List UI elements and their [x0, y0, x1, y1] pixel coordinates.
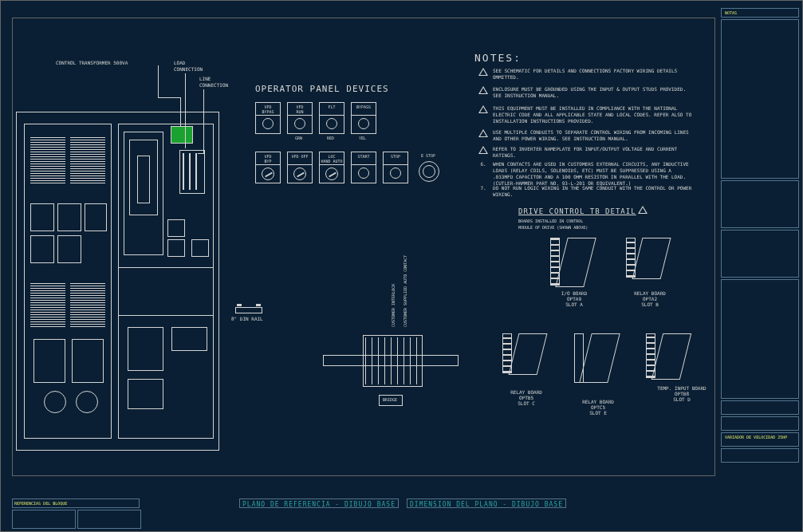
device-vfd-run-lamp: VFDRUN: [287, 102, 313, 134]
board-relay-b-body: [632, 238, 671, 279]
contactor-2: [72, 339, 104, 383]
note-6: 6.WHEN CONTACTS ARE USED IN CUSTOMERS EX…: [478, 161, 692, 187]
box-row-1c: [85, 203, 107, 231]
board-relay-b: RELAY BOARDOPTA2SLOT B: [626, 238, 690, 309]
contactor-1: [33, 339, 65, 383]
board-relay-c-label: RELAY BOARDOPTB5SLOT C: [494, 389, 558, 406]
operator-panel-title: OPERATOR PANEL DEVICES: [255, 84, 389, 94]
drive-control-heading: DRIVE CONTROL TB DETAIL: [518, 207, 636, 215]
divider-2: [118, 315, 214, 316]
box-row-1a: [30, 203, 54, 231]
device-estop-inner: [423, 165, 435, 178]
note-4: USE MULTIPLE CONDUITS TO SEPARATE CONTRO…: [478, 129, 692, 142]
board-io-label: I/O BOARDOPTA9SLOT A: [542, 290, 606, 307]
cad-canvas[interactable]: NOTAS VARIADOR DE VELOCIDAD 25HP CONTROL…: [0, 0, 803, 532]
title-sec-2: [721, 230, 799, 278]
din-clip-l: [237, 304, 242, 306]
aux-2: [167, 239, 185, 257]
drive-lower-3: [171, 327, 207, 351]
box-row-2b: [57, 235, 81, 263]
board-relay-c-body: [509, 333, 548, 375]
vent-1: [30, 136, 65, 183]
bottom-cell-1: [12, 510, 76, 529]
warning-icon: [478, 129, 488, 137]
device-vfd-byp-sw: VFDBYP: [255, 152, 281, 183]
leader-ct-1: [158, 65, 159, 97]
label-customer-interlock: CUSTOMER INTERLOCK: [391, 284, 396, 327]
board-io: I/O BOARDOPTA9SLOT A: [550, 238, 614, 309]
board-temp-d-label: TEMP. INPUT BOARDOPTB8SLOT D: [642, 385, 722, 402]
label-load-conn: LOAD CONNECTION: [174, 60, 203, 73]
note-7: 7.DO NOT RUN LOGIC WIRING IN THE SAME CO…: [478, 185, 692, 198]
bottom-cell-ref: REFERENCIAS DEL BLOQUE: [12, 499, 140, 508]
label-din-rail: 8" DIN RAIL: [231, 316, 263, 321]
device-start-pb: START: [351, 152, 376, 183]
note-1: SEE SCHEMATIC FOR DETAILS AND CONNECTION…: [478, 68, 692, 81]
title-project: VARIADOR DE VELOCIDAD 25HP: [721, 432, 799, 447]
warning-icon: [638, 206, 648, 214]
title-block: NOTAS VARIADOR DE VELOCIDAD 25HP: [721, 8, 799, 526]
title-sec-4: [721, 400, 799, 415]
board-io-body: [555, 238, 596, 287]
label-customer-auto: CUSTOMER SUPPLIED AUTO CONTACT: [403, 255, 407, 327]
bottom-cell-2: [77, 510, 141, 529]
notes-heading: NOTES:: [474, 52, 522, 64]
leader-line-2: [198, 153, 204, 154]
board-temp-d-body: [651, 333, 691, 380]
box-row-1b: [57, 203, 81, 231]
warning-icon: [478, 86, 488, 94]
drive-control-sub2: MODULE OF DRIVE (SHOWN ABOVE): [518, 225, 588, 230]
leader-line-1: [203, 89, 204, 153]
board-relay-b-label: RELAY BOARDOPTA2SLOT B: [618, 290, 682, 307]
title-sec-6: [721, 448, 799, 463]
bottom-cell-c2: DIMENSION DEL PLANO - DIBUJO BASE: [407, 499, 566, 508]
fuse-bar-2: [189, 153, 191, 190]
lbl-grn: GRN: [295, 136, 302, 140]
label-bridge: BRIDGE: [383, 397, 397, 402]
note-3: THIS EQUIPMENT MUST BE INSTALLED IN COMP…: [478, 105, 692, 124]
aux-3: [191, 239, 209, 257]
title-notas-body: [721, 19, 799, 179]
title-sec-5: [721, 416, 799, 431]
din-rail-small: [235, 307, 262, 313]
fuse-bar-1: [183, 153, 184, 190]
fuse-bar-3: [195, 153, 197, 190]
vent-3: [30, 283, 65, 327]
device-vfd-bypass-lamp: VFDBYPAS: [255, 102, 281, 134]
vent-4: [70, 283, 105, 327]
drive-lower-2: [128, 379, 163, 409]
note-5: REFER TO INVERTER NAMEPLATE FOR INPUT/OU…: [478, 146, 692, 159]
bottom-cell-c1: PLANO DE REFERENCIA - DIBUJO BASE: [239, 499, 399, 508]
fan-1: [44, 391, 66, 413]
box-row-2a: [30, 235, 54, 263]
title-sec-3: [721, 279, 799, 399]
board-relay-c: RELAY BOARDOPTB5SLOT C: [502, 333, 566, 413]
board-relay-e-label: RELAY BOARDOPTC5SLOT E: [566, 399, 630, 416]
title-notas-head: NOTAS: [721, 8, 799, 18]
warning-icon: [478, 105, 488, 113]
warning-icon: [478, 146, 488, 154]
drive-control-sub1: BOARDS INSTALLED IN CONTROL: [518, 219, 583, 223]
leader-load: [185, 73, 186, 148]
board-relay-e-body: [579, 333, 620, 383]
breaker: [137, 156, 150, 203]
fan-2: [76, 391, 98, 413]
label-line-conn: LINE CONNECTION: [199, 76, 228, 89]
note-2: ENCLOSURE MUST BE GROUNDED USING THE INP…: [478, 86, 692, 99]
device-flt-lamp: FLT: [319, 102, 344, 134]
lbl-red: RED: [327, 136, 334, 140]
lbl-estop: E STOP: [421, 153, 435, 158]
board-relay-e: RELAY BOARDOPTC5SLOT E: [574, 333, 638, 421]
aux-1: [167, 219, 185, 237]
device-hand-auto-sw: LOCHAND AUTO: [319, 152, 344, 183]
bottom-title-strip: REFERENCIAS DEL BLOQUE PLANO DE REFERENC…: [0, 484, 715, 532]
label-control-transformer: CONTROL TRANSFORMER 500VA: [56, 60, 128, 65]
leader-ct-3: [180, 97, 181, 126]
device-bypass-lamp: BYPASS: [351, 102, 376, 134]
title-sec-1: [721, 180, 799, 228]
warning-icon: [478, 68, 488, 76]
drive-lower-1: [128, 327, 163, 371]
leader-ct-2: [158, 97, 180, 98]
divider-1: [118, 267, 214, 268]
board-temp-d: TEMP. INPUT BOARDOPTB8SLOT D: [646, 333, 718, 413]
